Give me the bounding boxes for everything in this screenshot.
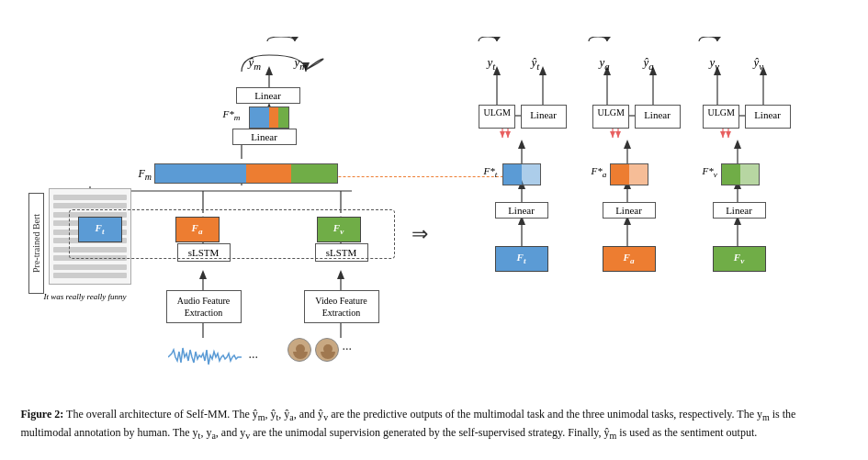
face-images: ···: [287, 338, 353, 362]
video-feature-extraction-box: Video Feature Extraction: [304, 290, 379, 323]
linear-fa-right: Linear: [603, 202, 656, 219]
fa-right-box: Fa: [603, 246, 656, 272]
fa-star-box: [610, 163, 648, 185]
caption-text: The overall architecture of Self-MM. The…: [21, 408, 796, 439]
text-caption: It was really really funny: [39, 292, 131, 301]
svg-marker-72: [726, 131, 731, 138]
linear-v-top: Linear: [745, 105, 791, 129]
audio-waveform: [168, 344, 242, 370]
audio-feature-extraction-box: Audio Feature Extraction: [166, 290, 242, 323]
figure-number: Figure 2:: [21, 408, 64, 421]
svg-marker-49: [539, 66, 547, 75]
linear-t-top: Linear: [521, 105, 567, 129]
fm-label: Fm: [139, 167, 152, 182]
fv-left-box: Fv: [317, 217, 361, 242]
audio-ellipsis: ···: [249, 351, 259, 365]
linear-fm-box: Linear: [232, 129, 297, 145]
svg-marker-41: [518, 140, 525, 149]
fv-right-box: Fv: [713, 246, 766, 272]
top-curved-arrows: [471, 37, 783, 64]
fv-star-label: F*v: [703, 165, 717, 179]
svg-marker-45: [734, 140, 741, 149]
ulgm-t-box: ULGM: [479, 105, 515, 129]
ulgm-a-box: ULGM: [592, 105, 629, 129]
fv-star-box: [721, 163, 760, 185]
svg-marker-64: [505, 131, 511, 138]
svg-marker-80: [291, 37, 299, 41]
bert-label: Pre-trained Bert: [28, 193, 44, 294]
fa-star-label: F*a: [592, 165, 607, 179]
ft-right-box: Ft: [495, 246, 548, 272]
fm-star-label: F*m: [223, 108, 241, 122]
svg-marker-68: [615, 131, 621, 138]
ft-left-box: Ft: [78, 217, 122, 242]
svg-marker-77: [493, 37, 501, 41]
architecture-diagram: Pre-trained Bert It was really really fu…: [21, 9, 848, 395]
svg-marker-26: [265, 66, 273, 75]
svg-marker-67: [610, 131, 615, 138]
svg-marker-43: [624, 140, 631, 149]
fm-star-box: [249, 107, 289, 129]
linear-fv-right: Linear: [713, 202, 766, 219]
svg-marker-63: [500, 131, 505, 138]
double-arrow: ⇒: [411, 222, 428, 246]
figure-caption: Figure 2: The overall architecture of Se…: [21, 406, 848, 443]
fm-bar: [154, 163, 338, 184]
linear-ft-right: Linear: [495, 202, 548, 219]
ulgm-v-box: ULGM: [703, 105, 739, 129]
fa-left-box: Fa: [175, 217, 220, 242]
svg-marker-7: [199, 270, 207, 279]
svg-marker-9: [337, 270, 344, 279]
ft-star-label: F*t: [484, 165, 498, 179]
ft-star-box: [502, 163, 541, 185]
svg-marker-78: [603, 37, 611, 41]
linear-ym-box: Linear: [236, 87, 300, 104]
svg-marker-71: [720, 131, 726, 138]
svg-marker-79: [714, 37, 721, 41]
ym-curved-arrow: [249, 37, 313, 64]
linear-a-top: Linear: [635, 105, 681, 129]
